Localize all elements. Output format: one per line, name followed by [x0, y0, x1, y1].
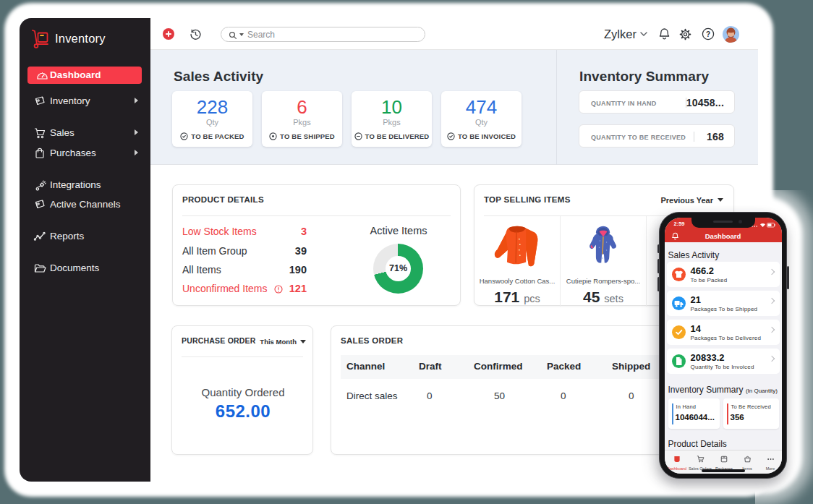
svg-text:?: ? [706, 30, 710, 38]
